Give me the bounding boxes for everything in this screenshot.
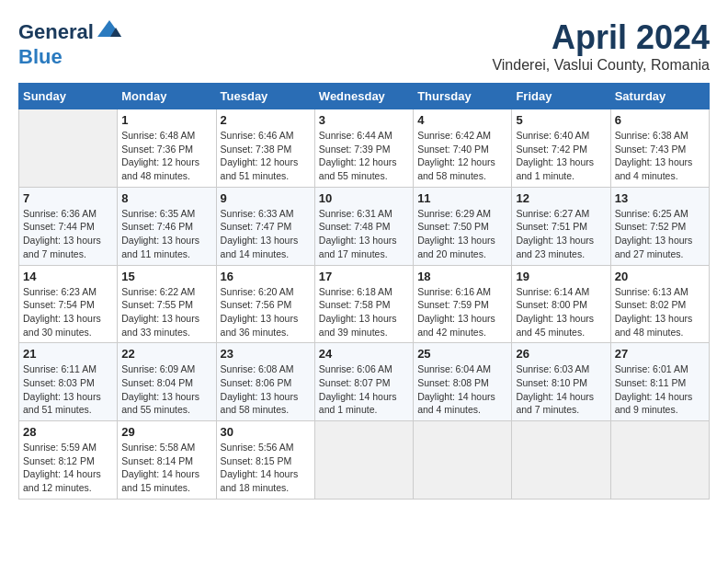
day-info: Sunrise: 6:27 AM Sunset: 7:51 PM Dayligh…: [516, 207, 606, 261]
day-info: Sunrise: 6:13 AM Sunset: 8:02 PM Dayligh…: [615, 285, 705, 339]
calendar-cell: 16Sunrise: 6:20 AM Sunset: 7:56 PM Dayli…: [216, 265, 314, 343]
calendar-cell: 6Sunrise: 6:38 AM Sunset: 7:43 PM Daylig…: [610, 109, 709, 188]
day-info: Sunrise: 6:23 AM Sunset: 7:54 PM Dayligh…: [23, 285, 113, 339]
day-info: Sunrise: 6:04 AM Sunset: 8:08 PM Dayligh…: [417, 362, 507, 417]
calendar-cell: 19Sunrise: 6:14 AM Sunset: 8:00 PM Dayli…: [512, 265, 610, 343]
day-number: 2: [221, 113, 311, 127]
logo-icon: [96, 18, 123, 46]
calendar-cell: [314, 421, 413, 500]
day-info: Sunrise: 6:29 AM Sunset: 7:50 PM Dayligh…: [417, 207, 507, 261]
day-number: 14: [23, 270, 113, 283]
calendar-cell: 4Sunrise: 6:42 AM Sunset: 7:40 PM Daylig…: [414, 109, 512, 188]
day-info: Sunrise: 6:31 AM Sunset: 7:48 PM Dayligh…: [319, 207, 409, 261]
logo-text: General: [18, 21, 94, 43]
calendar-cell: 29Sunrise: 5:58 AM Sunset: 8:14 PM Dayli…: [118, 421, 216, 500]
day-number: 1: [121, 113, 211, 127]
day-of-week-header: Sunday: [19, 84, 118, 109]
day-info: Sunrise: 6:38 AM Sunset: 7:43 PM Dayligh…: [615, 129, 705, 183]
calendar-cell: 28Sunrise: 5:59 AM Sunset: 8:12 PM Dayli…: [19, 421, 118, 500]
calendar-cell: 11Sunrise: 6:29 AM Sunset: 7:50 PM Dayli…: [414, 187, 512, 265]
calendar-cell: 17Sunrise: 6:18 AM Sunset: 7:58 PM Dayli…: [314, 265, 413, 343]
day-number: 24: [319, 347, 409, 361]
calendar-cell: 12Sunrise: 6:27 AM Sunset: 7:51 PM Dayli…: [512, 187, 610, 265]
page-header: General Blue April 2024 Vinderei, Vaslui…: [18, 18, 710, 74]
calendar-cell: [512, 421, 610, 500]
day-number: 10: [319, 191, 409, 205]
day-info: Sunrise: 6:40 AM Sunset: 7:42 PM Dayligh…: [516, 129, 606, 183]
calendar-cell: 25Sunrise: 6:04 AM Sunset: 8:08 PM Dayli…: [414, 343, 512, 421]
day-number: 4: [417, 113, 507, 127]
calendar-cell: 24Sunrise: 6:06 AM Sunset: 8:07 PM Dayli…: [314, 343, 413, 421]
day-info: Sunrise: 6:01 AM Sunset: 8:11 PM Dayligh…: [615, 362, 705, 417]
calendar-cell: 9Sunrise: 6:33 AM Sunset: 7:47 PM Daylig…: [216, 187, 314, 265]
calendar-cell: 26Sunrise: 6:03 AM Sunset: 8:10 PM Dayli…: [512, 343, 610, 421]
day-number: 11: [417, 191, 507, 205]
day-number: 27: [615, 347, 705, 361]
day-info: Sunrise: 6:46 AM Sunset: 7:38 PM Dayligh…: [221, 129, 311, 183]
day-number: 17: [319, 270, 409, 283]
day-info: Sunrise: 6:42 AM Sunset: 7:40 PM Dayligh…: [417, 129, 507, 183]
calendar-week-row: 28Sunrise: 5:59 AM Sunset: 8:12 PM Dayli…: [19, 421, 710, 500]
calendar-week-row: 21Sunrise: 6:11 AM Sunset: 8:03 PM Dayli…: [19, 343, 710, 421]
calendar-table: SundayMondayTuesdayWednesdayThursdayFrid…: [18, 83, 710, 500]
day-of-week-header: Saturday: [610, 84, 709, 109]
calendar-cell: [19, 109, 118, 188]
calendar-cell: 14Sunrise: 6:23 AM Sunset: 7:54 PM Dayli…: [19, 265, 118, 343]
day-number: 9: [221, 191, 311, 205]
day-number: 12: [516, 191, 606, 205]
day-info: Sunrise: 6:09 AM Sunset: 8:04 PM Dayligh…: [121, 362, 211, 417]
day-number: 30: [221, 425, 311, 439]
calendar-cell: 5Sunrise: 6:40 AM Sunset: 7:42 PM Daylig…: [512, 109, 610, 188]
day-info: Sunrise: 6:11 AM Sunset: 8:03 PM Dayligh…: [23, 362, 113, 417]
calendar-cell: 3Sunrise: 6:44 AM Sunset: 7:39 PM Daylig…: [314, 109, 413, 188]
day-number: 23: [221, 347, 311, 361]
calendar-cell: 13Sunrise: 6:25 AM Sunset: 7:52 PM Dayli…: [610, 187, 709, 265]
calendar-cell: 23Sunrise: 6:08 AM Sunset: 8:06 PM Dayli…: [216, 343, 314, 421]
calendar-week-row: 1Sunrise: 6:48 AM Sunset: 7:36 PM Daylig…: [19, 109, 710, 188]
calendar-week-row: 7Sunrise: 6:36 AM Sunset: 7:44 PM Daylig…: [19, 187, 710, 265]
day-number: 25: [417, 347, 507, 361]
day-number: 18: [417, 270, 507, 283]
day-number: 21: [23, 347, 113, 361]
day-number: 20: [615, 270, 705, 283]
day-info: Sunrise: 6:22 AM Sunset: 7:55 PM Dayligh…: [121, 285, 211, 339]
day-of-week-header: Thursday: [414, 84, 512, 109]
day-number: 8: [121, 191, 211, 205]
day-number: 13: [615, 191, 705, 205]
logo: General Blue: [18, 18, 123, 68]
day-info: Sunrise: 6:16 AM Sunset: 7:59 PM Dayligh…: [417, 285, 507, 339]
day-info: Sunrise: 6:03 AM Sunset: 8:10 PM Dayligh…: [516, 362, 606, 417]
day-number: 6: [615, 113, 705, 127]
day-info: Sunrise: 6:48 AM Sunset: 7:36 PM Dayligh…: [121, 129, 211, 183]
calendar-header-row: SundayMondayTuesdayWednesdayThursdayFrid…: [19, 84, 710, 109]
day-number: 3: [319, 113, 409, 127]
day-number: 28: [23, 425, 113, 439]
day-info: Sunrise: 5:58 AM Sunset: 8:14 PM Dayligh…: [121, 441, 211, 495]
calendar-week-row: 14Sunrise: 6:23 AM Sunset: 7:54 PM Dayli…: [19, 265, 710, 343]
day-info: Sunrise: 5:56 AM Sunset: 8:15 PM Dayligh…: [221, 441, 311, 495]
calendar-cell: 1Sunrise: 6:48 AM Sunset: 7:36 PM Daylig…: [118, 109, 216, 188]
day-number: 16: [221, 270, 311, 283]
calendar-cell: 15Sunrise: 6:22 AM Sunset: 7:55 PM Dayli…: [118, 265, 216, 343]
calendar-cell: 7Sunrise: 6:36 AM Sunset: 7:44 PM Daylig…: [19, 187, 118, 265]
day-info: Sunrise: 6:35 AM Sunset: 7:46 PM Dayligh…: [121, 207, 211, 261]
calendar-cell: 8Sunrise: 6:35 AM Sunset: 7:46 PM Daylig…: [118, 187, 216, 265]
day-number: 22: [121, 347, 211, 361]
day-info: Sunrise: 6:08 AM Sunset: 8:06 PM Dayligh…: [221, 362, 311, 417]
calendar-cell: 21Sunrise: 6:11 AM Sunset: 8:03 PM Dayli…: [19, 343, 118, 421]
day-info: Sunrise: 6:25 AM Sunset: 7:52 PM Dayligh…: [615, 207, 705, 261]
calendar-cell: 22Sunrise: 6:09 AM Sunset: 8:04 PM Dayli…: [118, 343, 216, 421]
title-area: April 2024 Vinderei, Vaslui County, Roma…: [492, 18, 710, 74]
calendar-cell: 10Sunrise: 6:31 AM Sunset: 7:48 PM Dayli…: [314, 187, 413, 265]
day-number: 29: [121, 425, 211, 439]
day-number: 19: [516, 270, 606, 283]
calendar-cell: [414, 421, 512, 500]
calendar-body: 1Sunrise: 6:48 AM Sunset: 7:36 PM Daylig…: [19, 109, 710, 500]
day-of-week-header: Friday: [512, 84, 610, 109]
day-info: Sunrise: 6:20 AM Sunset: 7:56 PM Dayligh…: [221, 285, 311, 339]
calendar-cell: 20Sunrise: 6:13 AM Sunset: 8:02 PM Dayli…: [610, 265, 709, 343]
day-info: Sunrise: 6:36 AM Sunset: 7:44 PM Dayligh…: [23, 207, 113, 261]
day-of-week-header: Tuesday: [216, 84, 314, 109]
day-number: 15: [121, 270, 211, 283]
calendar-cell: [610, 421, 709, 500]
